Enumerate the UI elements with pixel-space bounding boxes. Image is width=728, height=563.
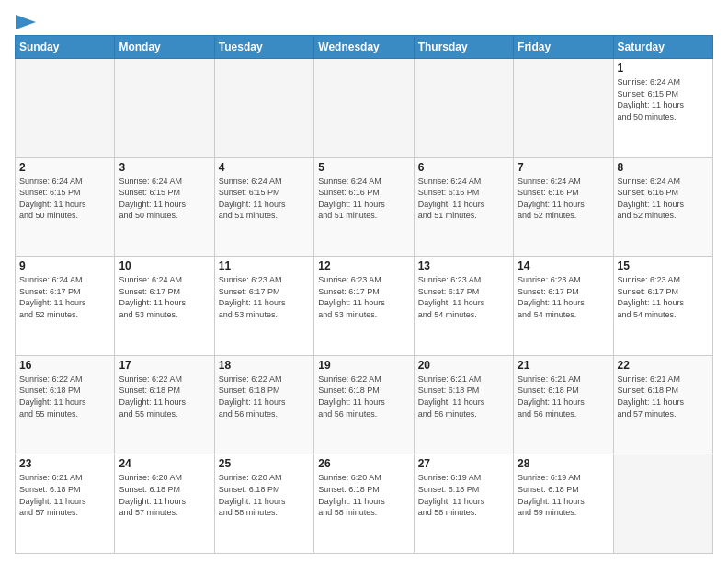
day-info: Sunrise: 6:20 AM Sunset: 6:18 PM Dayligh… — [318, 472, 409, 518]
calendar-table: SundayMondayTuesdayWednesdayThursdayFrid… — [15, 35, 713, 554]
day-info: Sunrise: 6:24 AM Sunset: 6:17 PM Dayligh… — [19, 274, 110, 320]
day-info: Sunrise: 6:21 AM Sunset: 6:18 PM Dayligh… — [618, 373, 709, 419]
day-number: 25 — [219, 457, 310, 470]
day-number: 11 — [219, 259, 310, 272]
day-number: 13 — [418, 259, 509, 272]
day-info: Sunrise: 6:24 AM Sunset: 6:16 PM Dayligh… — [418, 176, 509, 222]
calendar-cell: 14Sunrise: 6:23 AM Sunset: 6:17 PM Dayli… — [514, 257, 613, 356]
day-number: 5 — [318, 161, 409, 174]
calendar-cell: 5Sunrise: 6:24 AM Sunset: 6:16 PM Daylig… — [314, 157, 414, 257]
day-number: 18 — [219, 359, 310, 372]
day-info: Sunrise: 6:24 AM Sunset: 6:15 PM Dayligh… — [618, 76, 709, 122]
svg-marker-0 — [16, 15, 36, 29]
weekday-header-row: SundayMondayTuesdayWednesdayThursdayFrid… — [16, 36, 713, 59]
calendar-cell: 28Sunrise: 6:19 AM Sunset: 6:18 PM Dayli… — [514, 454, 613, 554]
day-info: Sunrise: 6:23 AM Sunset: 6:17 PM Dayligh… — [518, 274, 609, 320]
calendar-cell: 23Sunrise: 6:21 AM Sunset: 6:18 PM Dayli… — [16, 454, 115, 554]
calendar-cell: 3Sunrise: 6:24 AM Sunset: 6:15 PM Daylig… — [115, 157, 214, 257]
calendar-cell: 27Sunrise: 6:19 AM Sunset: 6:18 PM Dayli… — [414, 454, 513, 554]
day-number: 26 — [318, 457, 409, 470]
page: SundayMondayTuesdayWednesdayThursdayFrid… — [0, 0, 728, 563]
week-row-0: 1Sunrise: 6:24 AM Sunset: 6:15 PM Daylig… — [16, 59, 713, 158]
day-number: 8 — [618, 161, 709, 174]
day-number: 19 — [318, 359, 409, 372]
day-info: Sunrise: 6:21 AM Sunset: 6:18 PM Dayligh… — [418, 373, 509, 419]
weekday-header-wednesday: Wednesday — [314, 36, 414, 59]
calendar-cell: 25Sunrise: 6:20 AM Sunset: 6:18 PM Dayli… — [214, 454, 313, 554]
day-info: Sunrise: 6:22 AM Sunset: 6:18 PM Dayligh… — [219, 373, 310, 419]
calendar-cell: 1Sunrise: 6:24 AM Sunset: 6:15 PM Daylig… — [613, 59, 712, 158]
calendar-cell — [115, 59, 214, 158]
calendar-cell: 13Sunrise: 6:23 AM Sunset: 6:17 PM Dayli… — [414, 257, 513, 356]
day-number: 15 — [618, 259, 709, 272]
day-number: 4 — [219, 161, 310, 174]
day-info: Sunrise: 6:23 AM Sunset: 6:17 PM Dayligh… — [418, 274, 509, 320]
calendar-cell: 20Sunrise: 6:21 AM Sunset: 6:18 PM Dayli… — [414, 355, 513, 454]
day-info: Sunrise: 6:23 AM Sunset: 6:17 PM Dayligh… — [618, 274, 709, 320]
calendar-cell: 8Sunrise: 6:24 AM Sunset: 6:16 PM Daylig… — [613, 157, 712, 257]
day-number: 7 — [518, 161, 609, 174]
weekday-header-monday: Monday — [115, 36, 214, 59]
calendar-cell: 15Sunrise: 6:23 AM Sunset: 6:17 PM Dayli… — [613, 257, 712, 356]
day-info: Sunrise: 6:22 AM Sunset: 6:18 PM Dayligh… — [119, 373, 210, 419]
calendar-cell — [314, 59, 414, 158]
day-info: Sunrise: 6:24 AM Sunset: 6:16 PM Dayligh… — [318, 176, 409, 222]
day-info: Sunrise: 6:24 AM Sunset: 6:15 PM Dayligh… — [19, 176, 110, 222]
calendar-cell — [16, 59, 115, 158]
day-number: 20 — [418, 359, 509, 372]
day-info: Sunrise: 6:21 AM Sunset: 6:18 PM Dayligh… — [518, 373, 609, 419]
day-number: 6 — [418, 161, 509, 174]
calendar-cell: 11Sunrise: 6:23 AM Sunset: 6:17 PM Dayli… — [214, 257, 313, 356]
day-number: 27 — [418, 457, 509, 470]
day-info: Sunrise: 6:23 AM Sunset: 6:17 PM Dayligh… — [219, 274, 310, 320]
day-info: Sunrise: 6:24 AM Sunset: 6:16 PM Dayligh… — [618, 176, 709, 222]
day-info: Sunrise: 6:24 AM Sunset: 6:17 PM Dayligh… — [119, 274, 210, 320]
calendar-cell: 7Sunrise: 6:24 AM Sunset: 6:16 PM Daylig… — [514, 157, 613, 257]
day-number: 28 — [518, 457, 609, 470]
week-row-1: 2Sunrise: 6:24 AM Sunset: 6:15 PM Daylig… — [16, 157, 713, 257]
day-number: 17 — [119, 359, 210, 372]
day-number: 2 — [19, 161, 110, 174]
calendar-cell: 18Sunrise: 6:22 AM Sunset: 6:18 PM Dayli… — [214, 355, 313, 454]
calendar-cell: 19Sunrise: 6:22 AM Sunset: 6:18 PM Dayli… — [314, 355, 414, 454]
day-info: Sunrise: 6:19 AM Sunset: 6:18 PM Dayligh… — [518, 472, 609, 518]
day-info: Sunrise: 6:24 AM Sunset: 6:15 PM Dayligh… — [119, 176, 210, 222]
day-number: 21 — [518, 359, 609, 372]
day-number: 3 — [119, 161, 210, 174]
weekday-header-tuesday: Tuesday — [214, 36, 313, 59]
calendar-cell — [214, 59, 313, 158]
day-info: Sunrise: 6:20 AM Sunset: 6:18 PM Dayligh… — [119, 472, 210, 518]
day-info: Sunrise: 6:22 AM Sunset: 6:18 PM Dayligh… — [19, 373, 110, 419]
calendar-cell: 4Sunrise: 6:24 AM Sunset: 6:15 PM Daylig… — [214, 157, 313, 257]
day-number: 14 — [518, 259, 609, 272]
week-row-2: 9Sunrise: 6:24 AM Sunset: 6:17 PM Daylig… — [16, 257, 713, 356]
header — [15, 15, 713, 26]
calendar-cell — [414, 59, 513, 158]
day-number: 12 — [318, 259, 409, 272]
calendar-cell: 6Sunrise: 6:24 AM Sunset: 6:16 PM Daylig… — [414, 157, 513, 257]
day-info: Sunrise: 6:24 AM Sunset: 6:16 PM Dayligh… — [518, 176, 609, 222]
calendar-cell — [613, 454, 712, 554]
day-number: 22 — [618, 359, 709, 372]
calendar-cell: 2Sunrise: 6:24 AM Sunset: 6:15 PM Daylig… — [16, 157, 115, 257]
calendar-cell: 12Sunrise: 6:23 AM Sunset: 6:17 PM Dayli… — [314, 257, 414, 356]
weekday-header-thursday: Thursday — [414, 36, 513, 59]
day-info: Sunrise: 6:24 AM Sunset: 6:15 PM Dayligh… — [219, 176, 310, 222]
calendar-cell: 9Sunrise: 6:24 AM Sunset: 6:17 PM Daylig… — [16, 257, 115, 356]
weekday-header-saturday: Saturday — [613, 36, 712, 59]
day-info: Sunrise: 6:23 AM Sunset: 6:17 PM Dayligh… — [318, 274, 409, 320]
day-info: Sunrise: 6:21 AM Sunset: 6:18 PM Dayligh… — [19, 472, 110, 518]
calendar-cell: 21Sunrise: 6:21 AM Sunset: 6:18 PM Dayli… — [514, 355, 613, 454]
day-number: 24 — [119, 457, 210, 470]
calendar-cell: 17Sunrise: 6:22 AM Sunset: 6:18 PM Dayli… — [115, 355, 214, 454]
calendar-cell: 16Sunrise: 6:22 AM Sunset: 6:18 PM Dayli… — [16, 355, 115, 454]
calendar-cell — [514, 59, 613, 158]
weekday-header-sunday: Sunday — [16, 36, 115, 59]
logo — [15, 15, 36, 26]
week-row-4: 23Sunrise: 6:21 AM Sunset: 6:18 PM Dayli… — [16, 454, 713, 554]
day-info: Sunrise: 6:19 AM Sunset: 6:18 PM Dayligh… — [418, 472, 509, 518]
day-info: Sunrise: 6:22 AM Sunset: 6:18 PM Dayligh… — [318, 373, 409, 419]
day-number: 23 — [19, 457, 110, 470]
day-number: 9 — [19, 259, 110, 272]
calendar-cell: 26Sunrise: 6:20 AM Sunset: 6:18 PM Dayli… — [314, 454, 414, 554]
